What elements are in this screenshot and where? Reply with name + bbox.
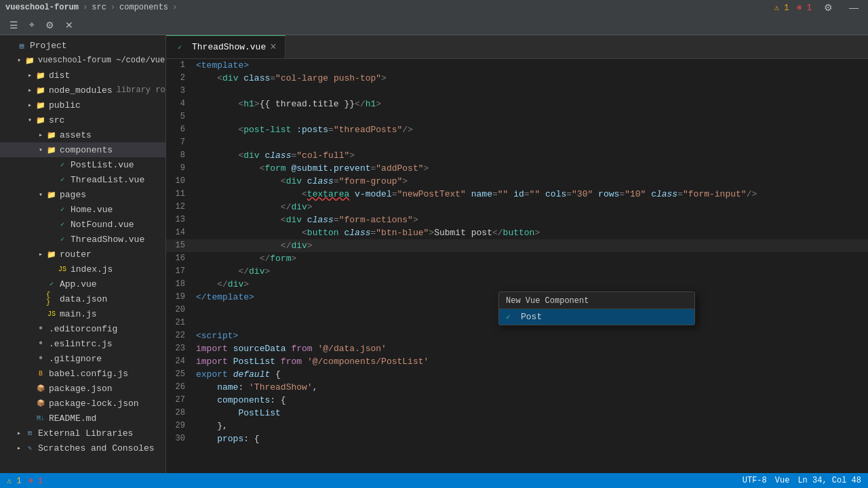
code-line-15: 15 </div> bbox=[166, 239, 868, 252]
code-line-18: 18 </div> bbox=[166, 278, 868, 291]
sidebar-label-dist: dist bbox=[49, 70, 70, 81]
sidebar-item-external-libraries[interactable]: ⊞ External Libraries bbox=[0, 426, 165, 441]
sidebar-item-package-json[interactable]: 📦 package.json bbox=[0, 381, 165, 396]
arrow-root bbox=[14, 55, 24, 66]
line-num-24: 24 bbox=[166, 355, 196, 368]
sidebar-item-threadlist-vue[interactable]: ✓ ThreadList.vue bbox=[0, 172, 165, 187]
collapse-all-button[interactable]: ☰ bbox=[5, 18, 22, 32]
folder-icon-root: 📁 bbox=[24, 55, 35, 66]
sidebar-item-public[interactable]: 📁 public bbox=[0, 98, 165, 113]
line-content-18: </div> bbox=[196, 278, 857, 291]
sidebar-item-pages[interactable]: 📁 pages bbox=[0, 187, 165, 202]
tab-threadshow-vue[interactable]: ✓ ThreadShow.vue × bbox=[166, 35, 285, 58]
line-num-9: 9 bbox=[166, 162, 196, 175]
folder-icon-router: 📁 bbox=[46, 249, 57, 260]
sidebar-item-eslintrc[interactable]: • .eslintrc.js bbox=[0, 336, 165, 351]
tab-icon-threadshow: ✓ bbox=[174, 42, 185, 53]
sidebar-item-assets[interactable]: 📁 assets bbox=[0, 127, 165, 142]
sidebar-label-threadshow: ThreadShow.vue bbox=[71, 235, 144, 245]
line-num-10: 10 bbox=[166, 175, 196, 188]
sidebar-item-home-vue[interactable]: ✓ Home.vue bbox=[0, 202, 165, 217]
minimize-button[interactable]: — bbox=[845, 1, 863, 14]
line-content-2: <div class="col-large push-top"> bbox=[196, 72, 857, 85]
line-num-18: 18 bbox=[166, 278, 196, 291]
line-content-23: import sourceData from '@/data.json' bbox=[196, 342, 857, 355]
sidebar-item-index-js[interactable]: JS index.js bbox=[0, 262, 165, 277]
ext-lib-icon: ⊞ bbox=[24, 428, 35, 439]
code-line-6: 6 <post-list :posts="threadPosts"/> bbox=[166, 123, 868, 136]
autocomplete-item-post[interactable]: ✓ Post bbox=[499, 309, 694, 325]
tab-close-threadshow[interactable]: × bbox=[270, 42, 277, 53]
sidebar-section-project[interactable]: ▤ Project bbox=[0, 38, 165, 53]
line-num-27: 27 bbox=[166, 394, 196, 407]
arrow-router bbox=[35, 249, 46, 260]
status-position: Ln 34, Col 48 bbox=[797, 476, 861, 485]
sidebar-label-home: Home.vue bbox=[71, 205, 113, 215]
line-num-28: 28 bbox=[166, 407, 196, 420]
autocomplete-header: New Vue Component bbox=[499, 292, 694, 309]
sidebar-item-node-modules[interactable]: 📁 node_modules library root bbox=[0, 83, 165, 98]
scroll-from-source-button[interactable]: ⌖ bbox=[25, 18, 39, 32]
sidebar-item-data-json[interactable]: { } data.json bbox=[0, 291, 165, 306]
line-content-24: import PostList from '@/components/PostL… bbox=[196, 355, 857, 368]
arrow-dist bbox=[24, 70, 35, 81]
sidebar-item-app-vue[interactable]: ✓ App.vue bbox=[0, 277, 165, 291]
sidebar-item-package-lock[interactable]: 📦 package-lock.json bbox=[0, 396, 165, 411]
code-line-1: 1 <template> bbox=[166, 59, 868, 72]
sidebar-item-babel-config[interactable]: B babel.config.js bbox=[0, 366, 165, 381]
status-right: UTF-8 Vue Ln 34, Col 48 bbox=[743, 476, 861, 485]
json-icon-data: { } bbox=[46, 293, 57, 304]
line-content-5 bbox=[196, 110, 857, 123]
editor[interactable]: 1 <template> 2 <div class="col-large pus… bbox=[166, 59, 868, 473]
sidebar-item-components[interactable]: 📁 components bbox=[0, 142, 165, 157]
sidebar-item-router[interactable]: 📁 router bbox=[0, 247, 165, 262]
sidebar-item-scratches[interactable]: ✎ Scratches and Consoles bbox=[0, 441, 165, 455]
line-num-30: 30 bbox=[166, 432, 196, 445]
line-num-15: 15 bbox=[166, 239, 196, 252]
title-bar: vueschool-forum › src › components › ⚠ 1… bbox=[0, 0, 868, 15]
line-num-14: 14 bbox=[166, 226, 196, 239]
sidebar-item-src[interactable]: 📁 src bbox=[0, 113, 165, 127]
sidebar-item-threadshow-vue[interactable]: ✓ ThreadShow.vue bbox=[0, 232, 165, 247]
sidebar-item-postlist-vue[interactable]: ✓ PostList.vue bbox=[0, 157, 165, 172]
code-line-2: 2 <div class="col-large push-top"> bbox=[166, 72, 868, 85]
breadcrumb-src: src bbox=[92, 3, 106, 12]
status-language: Vue bbox=[775, 476, 790, 485]
status-error: ⊗ 1 bbox=[28, 476, 43, 486]
breadcrumb-sep3: › bbox=[172, 3, 177, 12]
code-line-25: 25 export default { bbox=[166, 368, 868, 381]
settings-button[interactable]: ⚙ bbox=[820, 1, 837, 14]
line-num-1: 1 bbox=[166, 59, 196, 72]
line-num-17: 17 bbox=[166, 265, 196, 278]
sidebar-item-main-js[interactable]: JS main.js bbox=[0, 306, 165, 321]
line-content-27: components: { bbox=[196, 394, 857, 407]
line-content-7 bbox=[196, 136, 857, 149]
sidebar-item-dist[interactable]: 📁 dist bbox=[0, 68, 165, 83]
sidebar-label-pages: pages bbox=[60, 190, 86, 200]
code-line-12: 12 </div> bbox=[166, 201, 868, 214]
status-bar: ⚠ 1 ⊗ 1 UTF-8 Vue Ln 34, Col 48 bbox=[0, 473, 868, 488]
breadcrumb-components: components bbox=[119, 3, 168, 12]
sidebar-label-readme: README.md bbox=[49, 413, 96, 424]
sidebar: ▤ Project 📁 vueschool-forum ~/code/vuesc… bbox=[0, 35, 166, 473]
line-num-4: 4 bbox=[166, 98, 196, 110]
code-line-7: 7 bbox=[166, 136, 868, 149]
cog-button[interactable]: ⚙ bbox=[41, 18, 58, 32]
main-layout: ▤ Project 📁 vueschool-forum ~/code/vuesc… bbox=[0, 35, 868, 473]
code-line-22: 22 <script> bbox=[166, 329, 868, 342]
sidebar-label-components: components bbox=[60, 145, 113, 155]
sidebar-item-readme[interactable]: M↓ README.md bbox=[0, 411, 165, 426]
line-num-26: 26 bbox=[166, 381, 196, 394]
line-content-10: <div class="form-group"> bbox=[196, 175, 857, 188]
line-num-19: 19 bbox=[166, 291, 196, 304]
sidebar-label-app-vue: App.vue bbox=[60, 279, 97, 289]
close-sidebar-button[interactable]: ✕ bbox=[61, 18, 77, 32]
line-num-6: 6 bbox=[166, 123, 196, 136]
sidebar-label-src: src bbox=[49, 115, 64, 125]
sidebar-item-notfound-vue[interactable]: ✓ NotFound.vue bbox=[0, 217, 165, 232]
sidebar-item-gitignore[interactable]: • .gitignore bbox=[0, 351, 165, 366]
status-encoding: UTF-8 bbox=[743, 476, 767, 485]
folder-icon-assets: 📁 bbox=[46, 129, 57, 140]
sidebar-item-editorconfig[interactable]: • .editorconfig bbox=[0, 321, 165, 336]
sidebar-item-root[interactable]: 📁 vueschool-forum ~/code/vuesch bbox=[0, 53, 165, 68]
